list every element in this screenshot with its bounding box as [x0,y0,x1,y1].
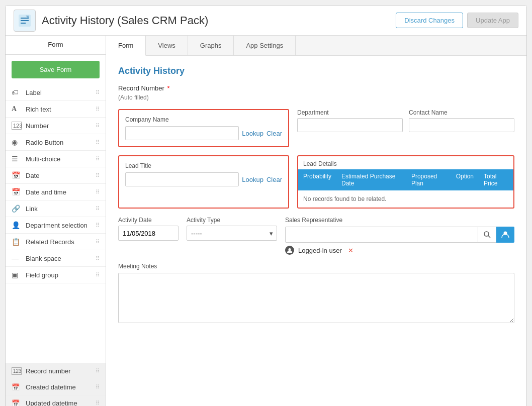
activity-row: Activity Date Activity Type ----- [118,217,514,255]
rich-text-icon: A [12,105,22,113]
tab-app-settings[interactable]: App Settings [234,36,296,55]
lead-title-box: Lead Title Lookup Clear [118,155,289,209]
discard-changes-button[interactable]: Discard Changes [396,13,463,28]
lead-title-input[interactable] [125,172,239,186]
sidebar-item-radio[interactable]: ◉ Radio Button ⠿ [6,134,106,151]
search-icon [483,231,491,239]
record-num-icon: 123 [12,367,22,375]
tab-form-main[interactable]: Form [106,36,146,56]
required-star: * [167,84,169,92]
sidebar-item-number[interactable]: 123 Number ⠿ [6,118,106,134]
department-input[interactable] [297,118,403,132]
sidebar-item-field-group[interactable]: ▣ Field group ⠿ [6,267,106,283]
sidebar-number: Number [26,122,49,130]
sidebar-item-blank-space[interactable]: — Blank space ⠿ [6,250,106,267]
svg-point-5 [484,232,489,236]
drag-handle: ⠿ [96,123,100,129]
sales-rep-input[interactable] [285,227,478,243]
lead-title-label: Lead Title [125,162,282,169]
sidebar-bottom: 123 Record number ⠿ 📅 Created datetime ⠿… [6,363,106,406]
sidebar-item-dept-selection[interactable]: 👤 Department selection ⠿ [6,217,106,234]
drag-handle: ⠿ [96,239,100,245]
lead-title-field-row: Lookup Clear [125,172,282,186]
form-content: Activity History Record Number * (Auto f… [106,56,526,335]
sidebar-blank: Blank space [26,255,61,262]
contact-name-input[interactable] [409,118,514,132]
company-clear-btn[interactable]: Clear [267,130,282,137]
sidebar-item-date-time[interactable]: 📅 Date and time ⠿ [6,184,106,200]
tab-form[interactable]: Form [48,41,63,48]
drag-handle: ⠿ [96,368,100,374]
app-icon [14,10,36,32]
sidebar-date: Date [26,172,39,179]
sidebar-item-link[interactable]: 🔗 Link ⠿ [6,200,106,217]
dept-icon: 👤 [12,221,22,229]
company-name-input[interactable] [125,126,239,140]
auto-filled-text: (Auto filled) [118,94,514,101]
activity-type-select-wrapper: ----- [187,226,277,241]
sales-rep-clear-button[interactable]: ✕ [348,247,353,254]
meeting-notes-textarea[interactable] [118,273,514,323]
update-app-button[interactable]: Update App [467,13,518,28]
top-bar-buttons: Discard Changes Update App [396,13,518,28]
drag-handle: ⠿ [96,272,100,278]
sales-rep-user-button[interactable] [496,227,514,243]
svg-line-6 [488,236,490,238]
sidebar-item-rich-text[interactable]: A Rich text ⠿ [6,101,106,118]
svg-rect-2 [21,20,29,21]
department-col: Department [297,109,403,132]
sidebar-item-updated-datetime[interactable]: 📅 Updated datetime ⠿ [6,395,106,406]
sales-rep-search-button[interactable] [478,227,496,243]
dept-contact-row: Department Contact Name [297,109,514,132]
sidebar-item-created-datetime[interactable]: 📅 Created datetime ⠿ [6,379,106,395]
lead-clear-btn[interactable]: Clear [267,176,282,183]
svg-rect-1 [21,18,29,19]
sidebar-item-label[interactable]: 🏷 Label ⠿ [6,84,106,101]
col-option: Option [451,169,479,190]
contact-label: Contact Name [409,109,514,116]
meeting-notes-section: Meeting Notes [118,263,514,325]
company-lookup-btn[interactable]: Lookup [242,130,263,137]
lead-details-empty: No records found to be related. [298,190,513,208]
contact-name-col: Contact Name [409,109,514,132]
activity-date-label: Activity Date [118,217,179,224]
sidebar-item-date[interactable]: 📅 Date ⠿ [6,167,106,184]
tab-views[interactable]: Views [146,36,188,55]
label-icon: 🏷 [12,88,22,96]
number-icon: 123 [12,122,22,130]
drag-handle: ⠿ [96,384,100,390]
drag-handle: ⠿ [96,156,100,162]
dept-label: Department [297,109,403,116]
related-records-icon: 📋 [12,238,22,246]
meeting-notes-label: Meeting Notes [118,263,514,270]
bottom-updated-dt: Updated datetime [26,399,77,406]
col-est-purchase: Estimated Purchase Date [336,169,406,190]
sidebar-item-multi-choice[interactable]: ☰ Multi-choice ⠿ [6,151,106,167]
company-name-box: Company Name Lookup Clear [118,109,289,147]
activity-date-input[interactable] [118,226,179,241]
app-title: Activity History (Sales CRM Pack) [42,14,396,27]
drag-handle: ⠿ [96,255,100,262]
activity-type-select[interactable]: ----- [187,226,277,241]
sidebar-datetime: Date and time [26,188,66,196]
save-form-button[interactable]: Save Form [12,61,100,78]
sidebar-item-related-records[interactable]: 📋 Related Records ⠿ [6,234,106,250]
sidebar: Form Save Form 🏷 Label ⠿ A Rich text ⠿ [6,36,106,406]
radio-icon: ◉ [12,138,22,146]
link-icon: 🔗 [12,205,22,213]
form-row-2: Lead Title Lookup Clear Lead Details [118,155,514,209]
lead-details-header: Probability Estimated Purchase Date Prop… [298,169,513,190]
lead-lookup-btn[interactable]: Lookup [242,176,263,183]
col-probability: Probability [298,169,336,190]
date-icon: 📅 [12,171,22,179]
datetime-icon: 📅 [12,188,22,196]
field-group-icon: ▣ [12,271,22,279]
sidebar-item-record-number[interactable]: 123 Record number ⠿ [6,363,106,379]
drag-handle: ⠿ [96,206,100,212]
tab-bar: Form Views Graphs App Settings [106,36,526,56]
sidebar-label-text: Label [26,89,42,96]
drag-handle: ⠿ [96,139,100,146]
tab-graphs[interactable]: Graphs [188,36,234,55]
col-total-price: Total Price [479,169,513,190]
col-proposed-plan: Proposed Plan [406,169,451,190]
